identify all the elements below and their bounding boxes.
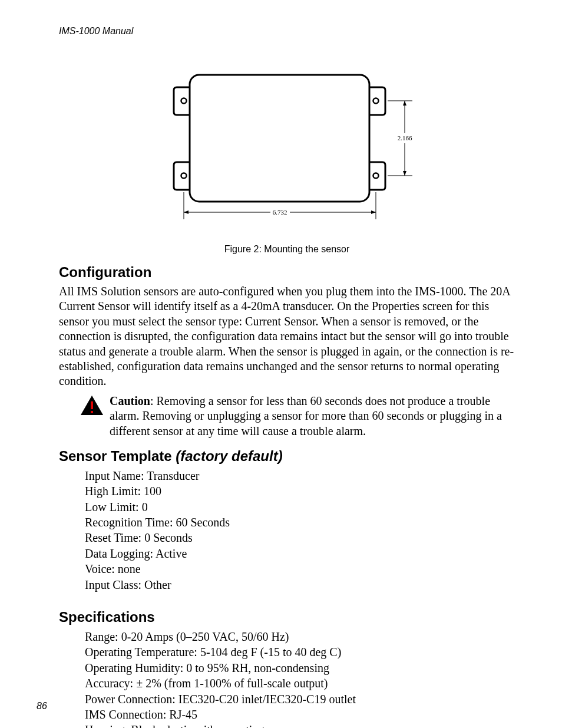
- heading-sensor-template-sub: (factory default): [176, 448, 282, 464]
- running-header: IMS-1000 Manual: [59, 26, 515, 37]
- list-item: Low Limit: 0: [85, 499, 515, 515]
- caution-text: Caution: Removing a sensor for less than…: [110, 394, 515, 439]
- list-item: Input Class: Other: [85, 577, 515, 592]
- figure-caption: Figure 2: Mounting the sensor: [59, 244, 515, 255]
- list-item: Reset Time: 0 Seconds: [85, 530, 515, 545]
- sensor-template-list: Input Name: Transducer High Limit: 100 L…: [85, 468, 515, 592]
- list-item: Operating Temperature: 5-104 deg F (-15 …: [85, 644, 515, 660]
- svg-point-3: [373, 98, 379, 104]
- page-number: 86: [37, 701, 47, 711]
- dim-h-label: 6.732: [273, 209, 287, 216]
- svg-marker-15: [184, 210, 189, 214]
- list-item: Voice: none: [85, 561, 515, 577]
- caution-label: Caution: [110, 394, 150, 407]
- svg-marker-16: [371, 210, 376, 214]
- svg-rect-19: [91, 411, 93, 413]
- svg-rect-18: [91, 401, 93, 409]
- heading-configuration: Configuration: [59, 264, 515, 281]
- svg-rect-0: [190, 75, 369, 202]
- svg-point-4: [373, 173, 379, 179]
- caution-body: : Removing a sensor for less than 60 sec…: [110, 394, 502, 437]
- list-item: Data Logging: Active: [85, 546, 515, 561]
- list-item: Housing: Black plastic with mounting ear…: [85, 722, 515, 728]
- list-item: High Limit: 100: [85, 483, 515, 499]
- list-item: Input Name: Transducer: [85, 468, 515, 483]
- svg-marker-9: [403, 101, 406, 106]
- heading-specifications: Specifications: [59, 609, 515, 625]
- list-item: Accuracy: ± 2% (from 1-100% of full-scal…: [85, 676, 515, 691]
- mounting-diagram: 2.166 6.732: [154, 60, 419, 231]
- list-item: Operating Humidity: 0 to 95% RH, non-con…: [85, 660, 515, 676]
- list-item: Power Connection: IEC320-C20 inlet/IEC32…: [85, 691, 515, 707]
- svg-point-2: [181, 173, 187, 179]
- figure: 2.166 6.732 Figure 2: Mounting the senso…: [59, 60, 515, 255]
- list-item: IMS Connection: RJ-45: [85, 707, 515, 722]
- list-item: Range: 0-20 Amps (0–250 VAC, 50/60 Hz): [85, 629, 515, 644]
- caution-block: Caution: Removing a sensor for less than…: [59, 394, 515, 439]
- svg-marker-10: [403, 171, 406, 176]
- specifications-list: Range: 0-20 Amps (0–250 VAC, 50/60 Hz) O…: [85, 629, 515, 728]
- dim-v-label: 2.166: [398, 134, 412, 141]
- page: IMS-1000 Manual 2.166: [0, 0, 562, 728]
- heading-sensor-template: Sensor Template (factory default): [59, 448, 515, 465]
- configuration-body: All IMS Solution sensors are auto-config…: [59, 284, 515, 389]
- list-item: Recognition Time: 60 Seconds: [85, 515, 515, 530]
- heading-sensor-template-main: Sensor Template: [59, 448, 176, 464]
- warning-icon: [80, 395, 104, 416]
- svg-point-1: [181, 98, 187, 104]
